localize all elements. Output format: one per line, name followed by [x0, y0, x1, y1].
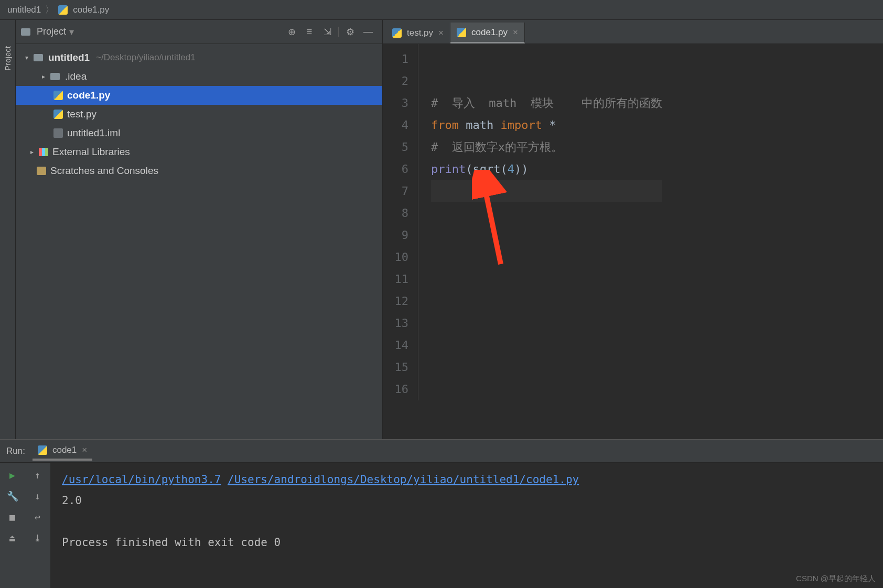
gear-icon[interactable]: ⚙	[343, 25, 357, 39]
folder-icon	[21, 28, 30, 36]
code-op: (	[466, 162, 472, 176]
tree-path: ~/Desktop/yiliao/untitled1	[96, 52, 195, 63]
iml-file-icon	[53, 128, 63, 138]
tree-label: untitled1.iml	[67, 127, 120, 139]
tree-label: .idea	[65, 71, 87, 82]
scroll-to-end-icon[interactable]: ⤓	[31, 531, 45, 545]
python-file-icon	[457, 28, 466, 37]
script-link[interactable]: /Users/androidlongs/Desktop/yiliao/untit…	[228, 473, 579, 486]
tab-label: code1.py	[471, 27, 508, 38]
editor: test.py × code1.py × 1234567 89101112131…	[383, 20, 883, 439]
collapse-all-icon[interactable]: ⇲	[320, 25, 334, 39]
tree-file-test[interactable]: test.py	[16, 105, 382, 124]
code-kw: from	[431, 118, 466, 132]
close-icon[interactable]: ×	[438, 28, 444, 38]
code-lines[interactable]: # 导入 math 模块 中的所有的函数 from math import * …	[418, 44, 662, 400]
run-title: Run:	[6, 446, 25, 456]
watermark: CSDN @早起的年轻人	[796, 574, 876, 584]
breadcrumb-file[interactable]: code1.py	[73, 5, 109, 15]
chevron-right-icon: 〉	[45, 4, 54, 16]
run-button[interactable]: ▶	[6, 468, 19, 482]
code-kw: import	[500, 118, 549, 132]
code-number: 4	[508, 162, 514, 176]
chevron-down-icon[interactable]: ▾	[22, 54, 31, 61]
tree-file-iml[interactable]: untitled1.iml	[16, 124, 382, 143]
close-icon[interactable]: ×	[513, 27, 518, 38]
code-text: math	[466, 118, 500, 132]
interpreter-link[interactable]: /usr/local/bin/python3.7	[62, 473, 221, 486]
stop-button[interactable]: ■	[6, 510, 19, 524]
breadcrumb: untitled1 〉 code1.py	[0, 0, 883, 20]
code-text: *	[549, 118, 556, 132]
code-comment: # 导入 math 模块 中的所有的函数	[431, 96, 662, 110]
tree-label: untitled1	[48, 52, 90, 63]
tree-root[interactable]: ▾ untitled1 ~/Desktop/yiliao/untitled1	[16, 48, 382, 67]
code-fn: sqrt	[472, 162, 500, 176]
run-toolbar-secondary: ↑ ↓ ↩ ⤓	[25, 463, 50, 588]
project-panel: Project ▾ ⊕ ≡ ⇲ ⚙ — ▾ untitled1 ~/Deskto…	[16, 20, 383, 439]
library-icon	[39, 148, 48, 156]
minimize-icon[interactable]: —	[361, 25, 375, 39]
run-panel: Run: code1 × ▶ 🔧 ■ ⏏ ↑ ↓ ↩ ⤓ /usr/local/…	[0, 439, 883, 588]
tree-label: External Libraries	[52, 146, 130, 158]
code-builtin: print	[431, 162, 466, 176]
dropdown-icon[interactable]: ▾	[69, 26, 74, 38]
run-panel-header: Run: code1 ×	[0, 440, 883, 463]
chevron-right-icon[interactable]: ▸	[39, 73, 48, 80]
project-panel-header: Project ▾ ⊕ ≡ ⇲ ⚙ —	[16, 20, 382, 44]
scratches-icon	[37, 167, 46, 175]
tree-label: test.py	[67, 108, 96, 120]
panel-title[interactable]: Project	[37, 26, 66, 37]
project-folder-icon	[34, 54, 43, 61]
run-toolbar-primary: ▶ 🔧 ■ ⏏	[0, 463, 25, 588]
project-tree: ▾ untitled1 ~/Desktop/yiliao/untitled1 ▸…	[16, 44, 382, 184]
close-icon[interactable]: ×	[82, 445, 87, 455]
breadcrumb-root[interactable]: untitled1	[7, 5, 41, 15]
python-file-icon	[58, 5, 68, 15]
tree-label: Scratches and Consoles	[50, 165, 158, 177]
left-tool-rail: Project	[0, 20, 16, 439]
tree-file-code1[interactable]: code1.py	[16, 86, 382, 105]
python-file-icon	[53, 110, 63, 119]
expand-all-icon[interactable]: ≡	[303, 25, 316, 39]
code-op: (	[500, 162, 507, 176]
folder-icon	[50, 73, 60, 80]
divider	[338, 27, 339, 37]
output-line: 2.0	[62, 490, 871, 511]
tree-external-libraries[interactable]: ▸ External Libraries	[16, 143, 382, 161]
run-tab[interactable]: code1 ×	[33, 442, 92, 461]
up-icon[interactable]: ↑	[31, 468, 45, 482]
tab-code1[interactable]: code1.py ×	[450, 23, 525, 43]
tree-idea-dir[interactable]: ▸ .idea	[16, 67, 382, 86]
debug-button[interactable]: 🔧	[6, 489, 19, 503]
soft-wrap-icon[interactable]: ↩	[31, 510, 45, 524]
tree-label: code1.py	[67, 90, 110, 101]
python-file-icon	[38, 445, 47, 455]
exit-message: Process finished with exit code 0	[62, 532, 871, 553]
python-file-icon	[392, 28, 402, 38]
python-file-icon	[53, 91, 63, 100]
exit-button[interactable]: ⏏	[6, 531, 19, 545]
locate-icon[interactable]: ⊕	[285, 25, 298, 39]
run-output[interactable]: /usr/local/bin/python3.7 /Users/androidl…	[50, 463, 883, 588]
gutter: 1234567 8910111213141516	[383, 44, 418, 400]
project-tool-button[interactable]: Project	[3, 46, 12, 71]
tree-scratches[interactable]: Scratches and Consoles	[16, 161, 382, 180]
run-tab-label: code1	[52, 445, 77, 455]
tab-test[interactable]: test.py ×	[386, 23, 450, 43]
chevron-right-icon[interactable]: ▸	[27, 148, 37, 156]
code-op: ))	[514, 162, 529, 176]
down-icon[interactable]: ↓	[31, 489, 45, 503]
tab-label: test.py	[407, 28, 433, 38]
editor-tabs: test.py × code1.py ×	[383, 20, 883, 44]
code-comment: # 返回数字x的平方根。	[431, 140, 563, 154]
code-editor[interactable]: 1234567 8910111213141516 # 导入 math 模块 中的…	[383, 44, 883, 400]
